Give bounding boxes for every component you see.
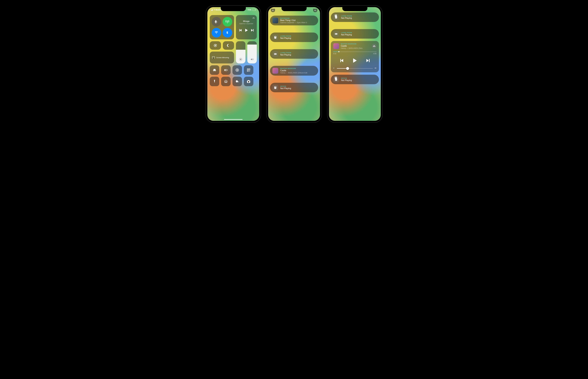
screen-airplay-expanded: LIVING ROOMNot PlayingLIVING ROOMNot Pla… [329, 7, 381, 121]
screen-mirroring-button[interactable]: Screen Mirroring [210, 51, 234, 63]
airplay-icon[interactable] [252, 17, 255, 20]
airplay-target-row[interactable]: LIVING ROOMNot Playing [270, 32, 318, 42]
apple-tv-remote-button[interactable] [232, 77, 242, 86]
qr-scan-button[interactable] [244, 65, 253, 75]
album-art [272, 17, 278, 23]
now-playing-tile[interactable]: Mirage Sabrina Carpenter [236, 15, 257, 39]
screen-mirroring-icon [212, 56, 215, 59]
airplay-row-location: LIVING ROOM [280, 52, 316, 54]
homepod-icon [272, 34, 278, 40]
homepod-pair-icon [333, 14, 339, 20]
time-elapsed: 0:33 [333, 53, 336, 55]
airplay-row-subtitle: Halsey — BADLANDS (Deluxe Edit [280, 72, 316, 74]
phone-3: LIVING ROOMNot PlayingLIVING ROOMNot Pla… [327, 5, 383, 123]
prev-button[interactable] [239, 29, 242, 32]
volume-icon [250, 58, 254, 62]
airplay-row-title: Not Playing [341, 17, 376, 19]
notch [221, 7, 246, 11]
airplay-target-row[interactable]: OFFICENot Playing [270, 83, 318, 92]
airplane-toggle[interactable] [212, 17, 221, 27]
next-button[interactable] [365, 58, 370, 63]
do-not-disturb-button[interactable] [223, 41, 234, 50]
album-art [272, 68, 278, 74]
now-playing-artist: Sabrina Carpenter [238, 23, 255, 25]
airplay-row-subtitle: Sabrina Carpenter — Eyes Wide O [280, 22, 316, 24]
airplay-row-title: Best Thing I Got [280, 19, 316, 22]
album-art [333, 43, 339, 49]
airplay-row-location: LIVING ROOM [341, 32, 376, 33]
volume-peek-left[interactable] [271, 9, 275, 12]
airplay-row-title: Not Playing [280, 54, 316, 56]
flashlight-button[interactable] [210, 77, 219, 86]
progress-bar[interactable] [333, 51, 376, 52]
screen-control-center: T-Mobile Wi-Fi 71% Mirage Sabrina Carpen… [207, 7, 259, 121]
airplay-row-location: MASTER BEDROOM [280, 68, 316, 69]
screen-record-button[interactable] [232, 65, 242, 75]
connectivity-tile[interactable] [210, 15, 234, 39]
brightness-icon [239, 58, 242, 62]
now-playing-title: Mirage [238, 20, 255, 22]
play-button[interactable] [244, 28, 248, 33]
screen-airplay-list: BATHROOMBest Thing I GotSabrina Carpente… [268, 7, 320, 121]
home-indicator[interactable] [224, 119, 243, 120]
airplay-target-row[interactable]: LIVING ROOMNot Playing [331, 12, 379, 22]
screen-mirroring-label: Screen Mirroring [216, 57, 229, 59]
phone-1: T-Mobile Wi-Fi 71% Mirage Sabrina Carpen… [205, 5, 261, 123]
airplay-target-row[interactable]: LIVING ROOMNot Playing [331, 29, 379, 39]
airplay-row-title: Not Playing [341, 33, 376, 36]
volume-peek-right[interactable] [313, 9, 317, 12]
airplay-row-location: LIVING ROOM [341, 15, 376, 17]
airplay-row-title: Not Playing [341, 79, 376, 81]
prev-button[interactable] [340, 58, 344, 63]
airplay-target-row[interactable]: BATHROOMBest Thing I GotSabrina Carpente… [270, 16, 318, 25]
time-remaining: -4:05 [373, 53, 376, 55]
camera-button[interactable] [244, 77, 253, 86]
airplay-picker-button[interactable] [372, 44, 376, 48]
volume-slider[interactable] [247, 41, 257, 63]
appletv-icon [333, 31, 339, 37]
orientation-lock-button[interactable] [210, 41, 221, 50]
expanded-player[interactable]: MASTER BEDROOM Castle Halsey — BADLANDS … [331, 41, 379, 72]
player-subtitle: Halsey — BADLANDS (Delu [341, 47, 370, 49]
airplay-row-location: LIVING ROOM [280, 35, 316, 37]
notch [281, 7, 307, 11]
airplay-target-row[interactable]: LIVING ROOMNot Playing [270, 49, 318, 59]
wifi-toggle[interactable] [212, 28, 221, 38]
bluetooth-toggle[interactable] [223, 28, 232, 38]
notch [342, 7, 367, 11]
battery-percent: 71% [248, 9, 251, 11]
airplay-target-row[interactable]: MASTER BEDROOMCastleHalsey — BADLANDS (D… [270, 66, 318, 76]
low-power-button[interactable] [221, 65, 231, 75]
brightness-slider[interactable] [236, 41, 246, 63]
airplay-row-title: Not Playing [280, 37, 316, 39]
airplay-row-location: BATHROOM [280, 17, 316, 19]
appletv-icon [272, 51, 278, 57]
homepod-pair-icon [333, 77, 339, 82]
battery-icon [252, 9, 255, 11]
airplay-row-location: OFFICE [280, 86, 316, 87]
volume-slider[interactable] [337, 68, 373, 69]
player-title: Castle [341, 45, 370, 47]
airplay-target-row[interactable]: OFFICENot Playing [331, 75, 379, 84]
volume-low-icon [333, 67, 335, 70]
driving-mode-button[interactable] [210, 65, 219, 75]
cellular-toggle[interactable] [223, 17, 232, 27]
airplay-row-title: Castle [280, 69, 316, 72]
home-button[interactable] [221, 77, 231, 86]
player-location: MASTER BEDROOM [341, 43, 370, 45]
next-button[interactable] [250, 29, 254, 32]
play-button[interactable] [352, 58, 357, 64]
volume-high-icon [374, 67, 376, 70]
airplay-row-location: OFFICE [341, 78, 376, 79]
phone-2: BATHROOMBest Thing I GotSabrina Carpente… [266, 5, 322, 123]
cellular-signal-icon [211, 9, 213, 11]
homepod-icon [272, 85, 278, 90]
airplay-row-title: Not Playing [280, 87, 316, 90]
